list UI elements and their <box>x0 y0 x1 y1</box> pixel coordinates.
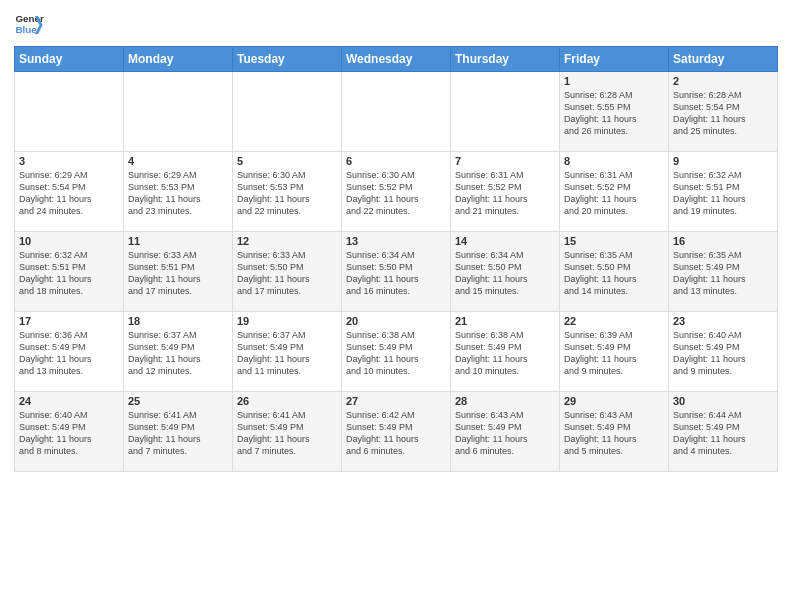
calendar-cell: 14Sunrise: 6:34 AM Sunset: 5:50 PM Dayli… <box>451 232 560 312</box>
day-info: Sunrise: 6:28 AM Sunset: 5:55 PM Dayligh… <box>564 89 664 138</box>
day-number: 2 <box>673 75 773 87</box>
day-number: 22 <box>564 315 664 327</box>
day-info: Sunrise: 6:40 AM Sunset: 5:49 PM Dayligh… <box>673 329 773 378</box>
header: General Blue <box>14 10 778 40</box>
day-info: Sunrise: 6:34 AM Sunset: 5:50 PM Dayligh… <box>346 249 446 298</box>
day-number: 10 <box>19 235 119 247</box>
calendar-header-monday: Monday <box>124 47 233 72</box>
day-info: Sunrise: 6:32 AM Sunset: 5:51 PM Dayligh… <box>673 169 773 218</box>
day-number: 14 <box>455 235 555 247</box>
day-number: 16 <box>673 235 773 247</box>
calendar-cell: 7Sunrise: 6:31 AM Sunset: 5:52 PM Daylig… <box>451 152 560 232</box>
calendar-cell: 20Sunrise: 6:38 AM Sunset: 5:49 PM Dayli… <box>342 312 451 392</box>
day-info: Sunrise: 6:33 AM Sunset: 5:51 PM Dayligh… <box>128 249 228 298</box>
calendar-cell: 4Sunrise: 6:29 AM Sunset: 5:53 PM Daylig… <box>124 152 233 232</box>
day-info: Sunrise: 6:30 AM Sunset: 5:52 PM Dayligh… <box>346 169 446 218</box>
day-info: Sunrise: 6:37 AM Sunset: 5:49 PM Dayligh… <box>128 329 228 378</box>
day-number: 21 <box>455 315 555 327</box>
calendar-table: SundayMondayTuesdayWednesdayThursdayFrid… <box>14 46 778 472</box>
calendar-cell: 23Sunrise: 6:40 AM Sunset: 5:49 PM Dayli… <box>669 312 778 392</box>
logo: General Blue <box>14 10 48 40</box>
calendar-cell: 18Sunrise: 6:37 AM Sunset: 5:49 PM Dayli… <box>124 312 233 392</box>
calendar-cell: 11Sunrise: 6:33 AM Sunset: 5:51 PM Dayli… <box>124 232 233 312</box>
day-number: 19 <box>237 315 337 327</box>
day-number: 1 <box>564 75 664 87</box>
day-info: Sunrise: 6:41 AM Sunset: 5:49 PM Dayligh… <box>128 409 228 458</box>
svg-text:Blue: Blue <box>16 24 38 35</box>
calendar-cell: 9Sunrise: 6:32 AM Sunset: 5:51 PM Daylig… <box>669 152 778 232</box>
day-number: 3 <box>19 155 119 167</box>
calendar-cell <box>233 72 342 152</box>
day-number: 28 <box>455 395 555 407</box>
calendar-cell: 28Sunrise: 6:43 AM Sunset: 5:49 PM Dayli… <box>451 392 560 472</box>
calendar-week-4: 17Sunrise: 6:36 AM Sunset: 5:49 PM Dayli… <box>15 312 778 392</box>
calendar-cell <box>342 72 451 152</box>
day-info: Sunrise: 6:38 AM Sunset: 5:49 PM Dayligh… <box>455 329 555 378</box>
day-info: Sunrise: 6:37 AM Sunset: 5:49 PM Dayligh… <box>237 329 337 378</box>
day-info: Sunrise: 6:38 AM Sunset: 5:49 PM Dayligh… <box>346 329 446 378</box>
day-number: 25 <box>128 395 228 407</box>
day-info: Sunrise: 6:32 AM Sunset: 5:51 PM Dayligh… <box>19 249 119 298</box>
day-number: 29 <box>564 395 664 407</box>
calendar-week-2: 3Sunrise: 6:29 AM Sunset: 5:54 PM Daylig… <box>15 152 778 232</box>
day-info: Sunrise: 6:33 AM Sunset: 5:50 PM Dayligh… <box>237 249 337 298</box>
day-info: Sunrise: 6:30 AM Sunset: 5:53 PM Dayligh… <box>237 169 337 218</box>
day-number: 18 <box>128 315 228 327</box>
day-info: Sunrise: 6:42 AM Sunset: 5:49 PM Dayligh… <box>346 409 446 458</box>
day-number: 7 <box>455 155 555 167</box>
calendar-cell: 29Sunrise: 6:43 AM Sunset: 5:49 PM Dayli… <box>560 392 669 472</box>
calendar-cell: 5Sunrise: 6:30 AM Sunset: 5:53 PM Daylig… <box>233 152 342 232</box>
day-info: Sunrise: 6:35 AM Sunset: 5:49 PM Dayligh… <box>673 249 773 298</box>
day-info: Sunrise: 6:43 AM Sunset: 5:49 PM Dayligh… <box>455 409 555 458</box>
day-info: Sunrise: 6:31 AM Sunset: 5:52 PM Dayligh… <box>564 169 664 218</box>
day-number: 9 <box>673 155 773 167</box>
day-info: Sunrise: 6:29 AM Sunset: 5:54 PM Dayligh… <box>19 169 119 218</box>
calendar-cell: 17Sunrise: 6:36 AM Sunset: 5:49 PM Dayli… <box>15 312 124 392</box>
calendar-header-friday: Friday <box>560 47 669 72</box>
calendar-cell: 1Sunrise: 6:28 AM Sunset: 5:55 PM Daylig… <box>560 72 669 152</box>
day-number: 12 <box>237 235 337 247</box>
calendar-week-3: 10Sunrise: 6:32 AM Sunset: 5:51 PM Dayli… <box>15 232 778 312</box>
calendar-cell: 15Sunrise: 6:35 AM Sunset: 5:50 PM Dayli… <box>560 232 669 312</box>
day-number: 23 <box>673 315 773 327</box>
day-number: 5 <box>237 155 337 167</box>
calendar-cell: 24Sunrise: 6:40 AM Sunset: 5:49 PM Dayli… <box>15 392 124 472</box>
day-info: Sunrise: 6:43 AM Sunset: 5:49 PM Dayligh… <box>564 409 664 458</box>
calendar-header-sunday: Sunday <box>15 47 124 72</box>
calendar-header-tuesday: Tuesday <box>233 47 342 72</box>
day-info: Sunrise: 6:40 AM Sunset: 5:49 PM Dayligh… <box>19 409 119 458</box>
day-number: 30 <box>673 395 773 407</box>
day-number: 4 <box>128 155 228 167</box>
calendar-cell: 22Sunrise: 6:39 AM Sunset: 5:49 PM Dayli… <box>560 312 669 392</box>
calendar-cell: 8Sunrise: 6:31 AM Sunset: 5:52 PM Daylig… <box>560 152 669 232</box>
page-container: General Blue SundayMondayTuesdayWednesda… <box>0 0 792 478</box>
day-info: Sunrise: 6:36 AM Sunset: 5:49 PM Dayligh… <box>19 329 119 378</box>
day-number: 27 <box>346 395 446 407</box>
calendar-cell: 16Sunrise: 6:35 AM Sunset: 5:49 PM Dayli… <box>669 232 778 312</box>
calendar-cell: 25Sunrise: 6:41 AM Sunset: 5:49 PM Dayli… <box>124 392 233 472</box>
calendar-cell <box>451 72 560 152</box>
calendar-cell: 19Sunrise: 6:37 AM Sunset: 5:49 PM Dayli… <box>233 312 342 392</box>
day-number: 20 <box>346 315 446 327</box>
calendar-cell: 21Sunrise: 6:38 AM Sunset: 5:49 PM Dayli… <box>451 312 560 392</box>
day-info: Sunrise: 6:28 AM Sunset: 5:54 PM Dayligh… <box>673 89 773 138</box>
calendar-header-row: SundayMondayTuesdayWednesdayThursdayFrid… <box>15 47 778 72</box>
day-info: Sunrise: 6:29 AM Sunset: 5:53 PM Dayligh… <box>128 169 228 218</box>
day-number: 17 <box>19 315 119 327</box>
day-number: 8 <box>564 155 664 167</box>
day-number: 11 <box>128 235 228 247</box>
calendar-cell: 2Sunrise: 6:28 AM Sunset: 5:54 PM Daylig… <box>669 72 778 152</box>
calendar-header-saturday: Saturday <box>669 47 778 72</box>
day-info: Sunrise: 6:34 AM Sunset: 5:50 PM Dayligh… <box>455 249 555 298</box>
day-number: 24 <box>19 395 119 407</box>
calendar-cell: 12Sunrise: 6:33 AM Sunset: 5:50 PM Dayli… <box>233 232 342 312</box>
day-info: Sunrise: 6:39 AM Sunset: 5:49 PM Dayligh… <box>564 329 664 378</box>
day-info: Sunrise: 6:41 AM Sunset: 5:49 PM Dayligh… <box>237 409 337 458</box>
calendar-week-5: 24Sunrise: 6:40 AM Sunset: 5:49 PM Dayli… <box>15 392 778 472</box>
day-info: Sunrise: 6:44 AM Sunset: 5:49 PM Dayligh… <box>673 409 773 458</box>
calendar-cell <box>124 72 233 152</box>
day-number: 6 <box>346 155 446 167</box>
day-info: Sunrise: 6:31 AM Sunset: 5:52 PM Dayligh… <box>455 169 555 218</box>
calendar-cell: 27Sunrise: 6:42 AM Sunset: 5:49 PM Dayli… <box>342 392 451 472</box>
calendar-cell: 3Sunrise: 6:29 AM Sunset: 5:54 PM Daylig… <box>15 152 124 232</box>
